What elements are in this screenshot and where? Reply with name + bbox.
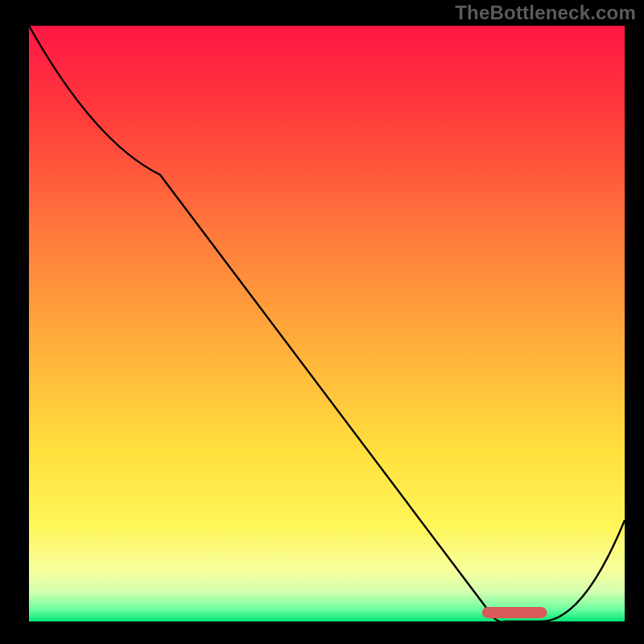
plot-area — [29, 26, 625, 621]
chart-svg — [0, 0, 644, 644]
chart-container: TheBottleneck.com — [0, 0, 644, 644]
